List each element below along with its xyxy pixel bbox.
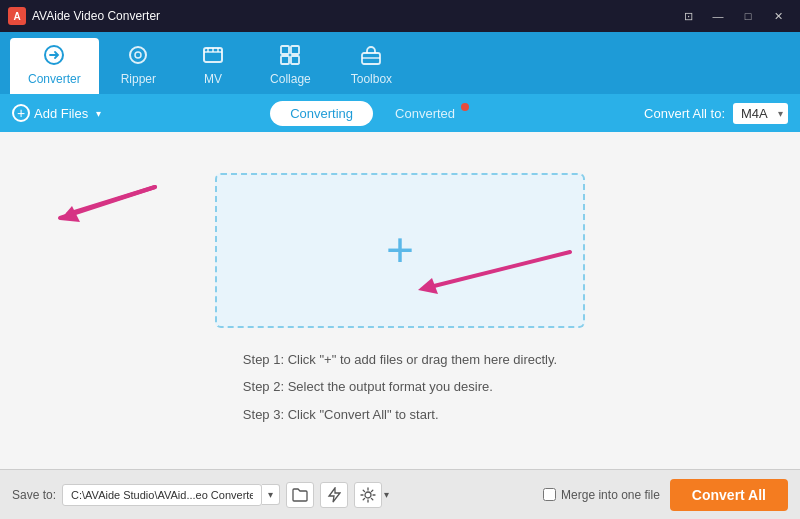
nav-ripper[interactable]: Ripper [103, 38, 174, 94]
minimize-button[interactable]: — [704, 6, 732, 26]
nav-collage[interactable]: Collage [252, 38, 329, 94]
tab-converted-label: Converted [395, 106, 455, 121]
drop-zone-plus-icon: + [386, 226, 414, 274]
save-path-dropdown[interactable]: ▾ [262, 484, 280, 505]
merge-checkbox-label[interactable]: Merge into one file [543, 488, 660, 502]
merge-checkbox-input[interactable] [543, 488, 556, 501]
close-button[interactable]: ✕ [764, 6, 792, 26]
format-select-wrapper[interactable]: M4A MP4 MP3 AVI [733, 103, 788, 124]
tab-group: Converting Converted [270, 101, 475, 126]
title-bar-controls[interactable]: ⊡ — □ ✕ [674, 6, 792, 26]
app-icon: A [8, 7, 26, 25]
svg-rect-8 [281, 46, 289, 54]
add-files-label: Add Files [34, 106, 88, 121]
nav-toolbox-label: Toolbox [351, 72, 392, 86]
merge-label: Merge into one file [561, 488, 660, 502]
ripper-icon [127, 44, 149, 69]
nav-mv-label: MV [204, 72, 222, 86]
main-content: + Step 1: Click "+" to add files or drag… [0, 132, 800, 469]
svg-rect-10 [281, 56, 289, 64]
drop-zone[interactable]: + [215, 173, 585, 328]
svg-line-14 [68, 187, 155, 214]
svg-rect-11 [291, 56, 299, 64]
title-bar-left: A AVAide Video Converter [8, 7, 160, 25]
bottom-right: Merge into one file Convert All [543, 479, 788, 511]
instructions: Step 1: Click "+" to add files or drag t… [243, 346, 557, 428]
settings-icon-button[interactable] [354, 482, 382, 508]
add-files-button[interactable]: + Add Files [12, 104, 88, 122]
add-files-dropdown-arrow[interactable]: ▾ [96, 108, 101, 119]
format-select[interactable]: M4A MP4 MP3 AVI [733, 103, 788, 124]
convert-all-to-label: Convert All to: [644, 106, 725, 121]
nav-ripper-label: Ripper [121, 72, 156, 86]
save-path-input[interactable] [62, 484, 262, 506]
settings-dropdown-arrow[interactable]: ▾ [384, 489, 389, 500]
bottom-bar: Save to: ▾ ▾ Merge into one file [0, 469, 800, 519]
title-bar: A AVAide Video Converter ⊡ — □ ✕ [0, 0, 800, 32]
svg-marker-15 [60, 206, 80, 222]
svg-rect-9 [291, 46, 299, 54]
toolbar-left: + Add Files ▾ [12, 104, 101, 122]
add-files-plus-icon: + [12, 104, 30, 122]
svg-point-1 [130, 47, 146, 63]
tab-converting[interactable]: Converting [270, 101, 373, 126]
maximize-button[interactable]: □ [734, 6, 762, 26]
svg-point-19 [365, 492, 371, 498]
instruction-step3: Step 3: Click "Convert All" to start. [243, 401, 557, 428]
bottom-left: Save to: ▾ ▾ [12, 482, 389, 508]
converted-badge [461, 103, 469, 111]
collage-icon [279, 44, 301, 69]
toolbox-icon [360, 44, 382, 69]
caption-button[interactable]: ⊡ [674, 6, 702, 26]
instruction-step1: Step 1: Click "+" to add files or drag t… [243, 346, 557, 373]
tab-converted[interactable]: Converted [375, 101, 475, 126]
nav-collage-label: Collage [270, 72, 311, 86]
converter-icon [43, 44, 65, 69]
nav-toolbox[interactable]: Toolbox [333, 38, 410, 94]
svg-line-16 [60, 187, 155, 218]
folder-icon-button[interactable] [286, 482, 314, 508]
instruction-step2: Step 2: Select the output format you des… [243, 373, 557, 400]
nav-bar: Converter Ripper MV [0, 32, 800, 94]
svg-point-2 [135, 52, 141, 58]
save-path-group: ▾ [62, 484, 280, 506]
nav-converter-label: Converter [28, 72, 81, 86]
app-title: AVAide Video Converter [32, 9, 160, 23]
save-to-label: Save to: [12, 488, 56, 502]
nav-mv[interactable]: MV [178, 38, 248, 94]
mv-icon [202, 44, 224, 69]
convert-all-button[interactable]: Convert All [670, 479, 788, 511]
convert-all-to: Convert All to: M4A MP4 MP3 AVI [644, 103, 788, 124]
nav-converter[interactable]: Converter [10, 38, 99, 94]
toolbar: + Add Files ▾ Converting Converted Conve… [0, 94, 800, 132]
bolt-icon-button[interactable] [320, 482, 348, 508]
